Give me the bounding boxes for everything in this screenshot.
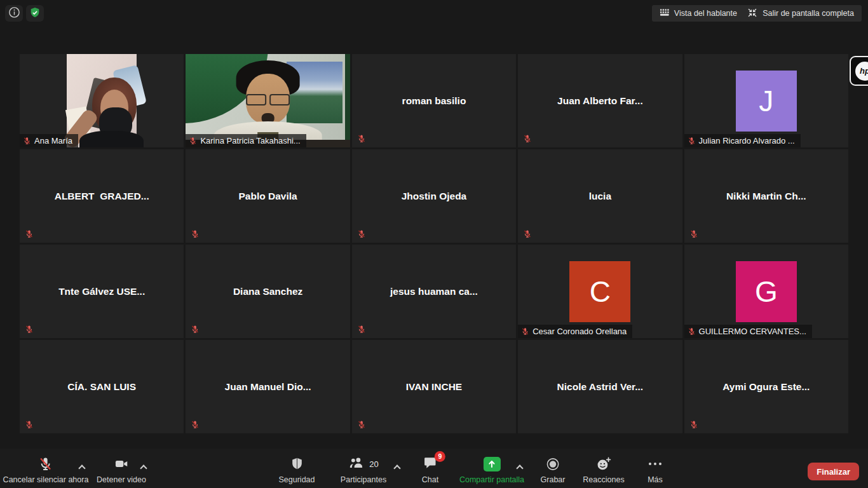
video-options-caret-icon[interactable] bbox=[140, 464, 147, 472]
participant-tile[interactable]: Diana Sanchez bbox=[186, 245, 349, 338]
participant-name-label: Karina Patricia Takahashi... bbox=[186, 134, 306, 147]
reactions-button[interactable]: Reacciones bbox=[583, 456, 624, 484]
participant-tile[interactable]: IVAN INCHE bbox=[352, 340, 516, 433]
security-label: Seguridad bbox=[279, 475, 315, 484]
speaker-view-button[interactable]: Vista del hablante bbox=[652, 5, 745, 22]
participant-tile[interactable]: roman basilio bbox=[352, 54, 516, 147]
record-label: Grabar bbox=[541, 475, 566, 484]
muted-mic-icon bbox=[23, 137, 31, 145]
participant-name: IVAN INCHE bbox=[352, 340, 516, 433]
exit-fullscreen-icon bbox=[747, 8, 757, 20]
muted-mic-icon bbox=[357, 420, 366, 429]
muted-mic-icon bbox=[688, 137, 696, 145]
participant-tile[interactable]: jesus huaman ca... bbox=[352, 245, 516, 338]
muted-mic-icon bbox=[189, 137, 197, 145]
participant-avatar: G bbox=[736, 261, 797, 322]
shield-check-icon bbox=[29, 7, 41, 20]
participant-tile[interactable]: J Julian Ricardo Alvarado ... bbox=[684, 54, 848, 147]
exit-fullscreen-label: Salir de pantalla completa bbox=[763, 9, 854, 18]
participant-tile[interactable]: CÍA. SAN LUIS bbox=[20, 340, 184, 433]
more-label: Más bbox=[648, 475, 663, 484]
muted-mic-icon bbox=[25, 325, 34, 334]
participant-tile[interactable]: Pablo Davila bbox=[186, 149, 349, 243]
mic-muted-icon bbox=[38, 456, 53, 472]
speaker-view-label: Vista del hablante bbox=[674, 9, 737, 18]
muted-mic-icon bbox=[191, 420, 200, 429]
meeting-info-button[interactable] bbox=[5, 5, 23, 22]
share-options-caret-icon[interactable] bbox=[516, 464, 524, 472]
participant-tile[interactable]: Nicole Astrid Ver... bbox=[518, 340, 682, 433]
participant-name-label: Julian Ricardo Alvarado ... bbox=[684, 134, 801, 147]
participant-tile[interactable]: ALBERT GRAJED... bbox=[20, 149, 184, 243]
participant-tile[interactable]: Nikki Martin Ch... bbox=[684, 149, 848, 243]
participant-name: jesus huaman ca... bbox=[352, 245, 516, 338]
participants-grid: Ana María Karina Patricia Takahashi...ro… bbox=[20, 54, 848, 433]
participant-tile[interactable]: Karina Patricia Takahashi... bbox=[186, 54, 349, 147]
participant-name: Nikki Martin Ch... bbox=[684, 149, 848, 243]
participant-tile[interactable]: Aymi Ogura Este... bbox=[684, 340, 848, 433]
participant-name: Juan Manuel Dio... bbox=[186, 340, 349, 433]
participant-name: Juan Alberto Far... bbox=[518, 54, 682, 147]
muted-mic-icon bbox=[191, 229, 200, 238]
chat-badge: 9 bbox=[435, 451, 445, 462]
participant-name: Ana María bbox=[34, 136, 72, 146]
security-button[interactable]: Seguridad bbox=[279, 456, 315, 484]
participants-button[interactable]: 20 Participantes bbox=[341, 456, 386, 484]
participant-avatar: C bbox=[569, 261, 630, 322]
stop-video-button[interactable]: Detener video bbox=[97, 456, 146, 484]
muted-mic-icon bbox=[357, 325, 366, 334]
exit-fullscreen-button[interactable]: Salir de pantalla completa bbox=[740, 5, 862, 22]
participant-tile[interactable]: Tnte Gálvez USE... bbox=[20, 245, 184, 338]
unmute-label: Cancelar silenciar ahora bbox=[3, 475, 89, 484]
mic-options-caret-icon[interactable] bbox=[78, 464, 86, 472]
more-icon bbox=[647, 456, 663, 472]
participant-name: CÍA. SAN LUIS bbox=[20, 340, 184, 433]
record-icon bbox=[546, 456, 560, 472]
participant-name: Jhostin Ojeda bbox=[352, 149, 516, 243]
zoom-meeting-window: { "top_bar": { "speaker_view_label": "Vi… bbox=[0, 0, 868, 488]
participant-name: Cesar Coronado Orellana bbox=[532, 327, 627, 336]
muted-mic-icon bbox=[689, 420, 698, 429]
participant-name-label: Ana María bbox=[20, 134, 78, 147]
unmute-button[interactable]: Cancelar silenciar ahora bbox=[3, 456, 89, 484]
muted-mic-icon bbox=[25, 229, 34, 238]
participant-name: Pablo Davila bbox=[186, 149, 349, 243]
participant-tile[interactable]: lucia bbox=[518, 149, 682, 243]
participant-tile[interactable]: G GUILLERMO CERVANTES... bbox=[684, 245, 848, 338]
share-screen-button[interactable]: Compartir pantalla bbox=[459, 456, 524, 484]
muted-mic-icon bbox=[521, 327, 529, 336]
participants-icon bbox=[348, 456, 366, 472]
participant-name: Diana Sanchez bbox=[186, 245, 349, 338]
speaker-view-icon bbox=[660, 8, 669, 18]
participant-tile[interactable]: Juan Manuel Dio... bbox=[186, 340, 349, 433]
security-badge-button[interactable] bbox=[26, 5, 44, 22]
participants-caret-icon[interactable] bbox=[393, 464, 401, 472]
end-meeting-button[interactable]: Finalizar bbox=[808, 463, 859, 480]
participant-name: roman basilio bbox=[352, 54, 516, 147]
participants-label: Participantes bbox=[341, 475, 386, 484]
reactions-icon bbox=[595, 456, 612, 472]
participant-name: lucia bbox=[518, 149, 682, 243]
reactions-label: Reacciones bbox=[583, 475, 624, 484]
participant-name-label: GUILLERMO CERVANTES... bbox=[684, 325, 812, 338]
participant-tile[interactable]: Juan Alberto Far... bbox=[518, 54, 682, 147]
participants-count: 20 bbox=[369, 459, 378, 469]
more-button[interactable]: Más bbox=[647, 456, 663, 484]
participant-name: GUILLERMO CERVANTES... bbox=[699, 327, 806, 336]
meeting-toolbar: Cancelar silenciar ahora Detener video S… bbox=[0, 449, 868, 488]
chat-button[interactable]: 9 Chat bbox=[422, 456, 438, 484]
muted-mic-icon bbox=[688, 327, 696, 336]
participant-name: Nicole Astrid Ver... bbox=[518, 340, 682, 433]
participant-tile[interactable]: C Cesar Coronado Orellana bbox=[518, 245, 682, 338]
record-button[interactable]: Grabar bbox=[541, 456, 566, 484]
muted-mic-icon bbox=[689, 229, 698, 238]
chat-label: Chat bbox=[422, 475, 438, 484]
share-screen-icon bbox=[483, 457, 500, 471]
hp-logo-icon: hp bbox=[855, 62, 868, 81]
participant-tile[interactable]: Jhostin Ojeda bbox=[352, 149, 516, 243]
participant-name: Aymi Ogura Este... bbox=[684, 340, 848, 433]
participant-name: Julian Ricardo Alvarado ... bbox=[699, 136, 795, 146]
camera-icon bbox=[113, 456, 130, 472]
participant-name: Karina Patricia Takahashi... bbox=[200, 136, 300, 146]
participant-tile[interactable]: Ana María bbox=[20, 54, 184, 147]
